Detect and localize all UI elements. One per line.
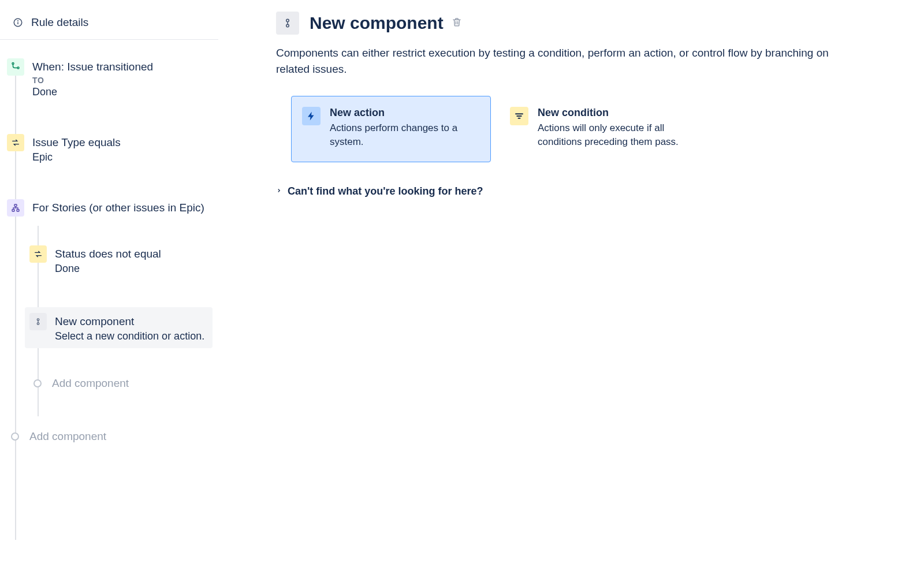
card-new-action[interactable]: New action Actions perform changes to a … xyxy=(291,96,491,162)
rule-tree: When: Issue transitioned TO Done Issue T… xyxy=(0,40,218,443)
card-action-desc: Actions perform changes to a system. xyxy=(330,121,480,149)
trigger-sub: Done xyxy=(32,86,208,98)
condition-issuetype-title: Issue Type equals xyxy=(32,135,208,150)
branch-children: Status does not equal Done New component… xyxy=(28,226,213,390)
sidebar-item-branch[interactable]: For Stories (or other issues in Epic) xyxy=(6,196,213,220)
svg-point-11 xyxy=(286,19,289,22)
rule-sidebar: Rule details When: Issue transitioned TO… xyxy=(0,0,218,578)
condition-issuetype-sub: Epic xyxy=(32,151,208,163)
sidebar-item-condition-issuetype[interactable]: Issue Type equals Epic xyxy=(6,130,213,167)
component-type-cards: New action Actions perform changes to a … xyxy=(291,96,830,162)
card-action-title: New action xyxy=(330,107,480,119)
card-condition-desc: Actions will only execute if all conditi… xyxy=(538,121,688,149)
trigger-meta: TO xyxy=(32,76,208,85)
svg-point-4 xyxy=(17,67,19,69)
page-header: New component xyxy=(276,12,830,35)
delete-component-button[interactable] xyxy=(452,17,462,29)
add-circle-icon xyxy=(11,432,19,441)
svg-point-3 xyxy=(12,63,14,65)
sidebar-item-condition-status[interactable]: Status does not equal Done xyxy=(28,242,213,278)
help-expand-button[interactable]: Can't find what you're looking for here? xyxy=(276,185,830,197)
condition-icon xyxy=(7,134,24,151)
add-component-label: Add component xyxy=(52,377,129,390)
component-icon xyxy=(276,12,299,35)
component-icon xyxy=(29,313,47,330)
page-description: Components can either restrict execution… xyxy=(276,45,830,77)
info-icon xyxy=(13,17,23,28)
new-component-title: New component xyxy=(55,314,208,329)
branch-icon xyxy=(7,199,24,217)
svg-point-10 xyxy=(37,323,39,325)
card-condition-title: New condition xyxy=(538,107,688,119)
add-component-nested-button[interactable]: Add component xyxy=(28,377,213,390)
add-circle-icon xyxy=(33,379,42,387)
add-component-button[interactable]: Add component xyxy=(6,430,213,443)
trigger-icon xyxy=(7,58,24,76)
help-text: Can't find what you're looking for here? xyxy=(288,185,483,197)
filter-icon xyxy=(510,107,528,125)
condition-icon xyxy=(29,245,47,263)
branch-title: For Stories (or other issues in Epic) xyxy=(32,200,208,215)
new-component-sub: Select a new condition or action. xyxy=(55,330,208,342)
rule-details-label: Rule details xyxy=(31,16,88,29)
main-content: New component Components can either rest… xyxy=(218,0,854,578)
chevron-right-icon xyxy=(276,185,282,197)
page-title: New component xyxy=(310,13,444,33)
trigger-title: When: Issue transitioned xyxy=(32,59,208,74)
sidebar-item-new-component[interactable]: New component Select a new condition or … xyxy=(25,307,213,348)
svg-point-13 xyxy=(286,24,289,27)
condition-status-title: Status does not equal xyxy=(55,247,208,262)
action-icon xyxy=(302,107,321,125)
add-component-label: Add component xyxy=(29,430,106,443)
svg-point-8 xyxy=(37,319,39,321)
sidebar-item-trigger[interactable]: When: Issue transitioned TO Done xyxy=(6,55,213,102)
card-new-condition[interactable]: New condition Actions will only execute … xyxy=(499,96,699,162)
condition-status-sub: Done xyxy=(55,263,208,275)
rule-details-button[interactable]: Rule details xyxy=(0,16,218,40)
svg-point-2 xyxy=(18,21,18,21)
